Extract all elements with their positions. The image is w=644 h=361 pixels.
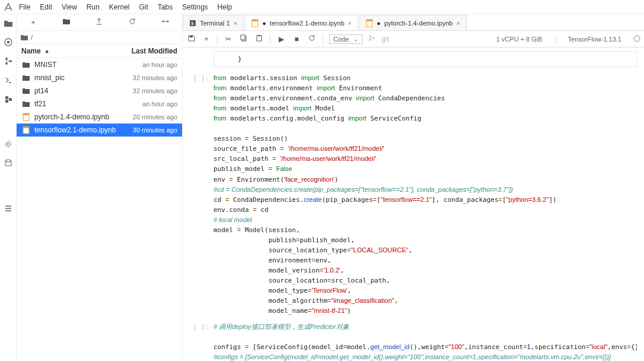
kernel-name[interactable]: TensorFlow-1.13.1 [568,36,622,43]
git-dots-icon[interactable] [161,18,170,27]
folder-icon [20,34,28,41]
git-icon[interactable] [3,56,14,66]
notebook-icon [21,126,31,134]
svg-rect-25 [241,35,245,40]
svg-rect-6 [5,100,8,103]
svg-rect-10 [7,160,10,162]
settings-icon[interactable] [3,139,14,150]
copy-icon[interactable] [239,34,248,43]
menu-git[interactable]: Git [135,1,153,14]
save-icon[interactable] [186,34,196,44]
svg-rect-14 [23,113,29,115]
file-row[interactable]: mnist_pic32 minutes ago [17,71,182,84]
file-name: tensorflow2.1-demo.ipynb [34,126,118,134]
tab-label: tensorflow2.1-demo.ipynb [270,20,345,27]
stop-icon[interactable]: ■ [292,35,301,43]
cell-fragment[interactable]: } [190,51,637,67]
tab[interactable]: ●pytorch-1.4-demo.ipynb× [359,15,467,30]
main-panel: $Terminal 1×●tensorflow2.1-demo.ipynb×●p… [183,14,644,361]
notebook-icon [366,20,373,27]
svg-rect-23 [190,36,193,37]
refresh-icon[interactable] [127,18,137,27]
svg-rect-26 [257,36,262,41]
breadcrumb[interactable]: / [17,31,182,44]
code-content[interactable]: # 调用deploy接口部署模型，生成Predictor对象 configs =… [213,322,637,361]
cut-icon[interactable]: ✂ [224,35,233,43]
code-cell[interactable]: [ ]: # 调用deploy接口部署模型，生成Predictor对象 conf… [190,322,637,361]
file-name: tf21 [34,100,118,108]
menu-settings[interactable]: Settings [177,1,212,14]
extension-icon[interactable] [3,94,14,104]
file-modified: 30 minutes ago [118,126,177,134]
cell-type-select[interactable]: Code⌄ [329,34,362,44]
folder-icon [21,61,31,68]
app-logo [2,1,14,13]
file-list-header: Name ▲ Last Modified [17,44,182,58]
paste-icon[interactable] [254,34,264,43]
svg-rect-7 [9,98,12,101]
svg-rect-16 [23,126,29,128]
code-cell[interactable]: [ ]: from modelarts.session import Sessi… [190,73,637,316]
run-icon[interactable]: ▶ [276,35,286,43]
menu-kernel[interactable]: Kernel [104,1,135,14]
activity-bar [0,14,17,361]
cell-prompt: [ ]: [190,322,213,361]
file-row[interactable]: tensorflow2.1-demo.ipynb30 minutes ago [17,124,182,137]
svg-point-11 [162,21,164,23]
svg-point-8 [7,143,9,146]
new-folder-icon[interactable] [62,18,71,27]
file-row[interactable]: MNISTan hour ago [17,58,182,71]
close-icon[interactable]: × [348,20,352,27]
notebook-toolbar: + ✂ ▶ ■ Code⌄ git 1 vCPU + 8 GiB | Tens [183,31,644,48]
file-name: mnist_pic [34,74,118,82]
file-name: MNIST [34,61,118,69]
file-list: MNISTan hour agomnist_pic32 minutes agop… [17,58,182,361]
file-modified: an hour ago [118,100,177,107]
col-name-header[interactable]: Name ▲ [17,47,123,55]
upload-icon[interactable] [94,18,104,27]
add-cell-button[interactable]: + [202,35,211,43]
file-browser: + / Name ▲ Last Modified MNISTan hour ag… [17,14,183,361]
file-row[interactable]: tf21an hour ago [17,97,182,110]
menu-tabs[interactable]: Tabs [153,1,177,14]
menu-file[interactable]: File [14,1,35,14]
close-icon[interactable]: × [456,20,460,27]
notebook-body[interactable]: } [ ]: from modelarts.session import Ses… [183,48,644,361]
svg-rect-27 [258,35,260,36]
file-row[interactable]: pytorch-1.4-demo.ipynb20 minutes ago [17,110,182,124]
svg-rect-1 [7,41,9,43]
code-content[interactable]: from modelarts.session import Session fr… [213,73,637,316]
menu-run[interactable]: Run [82,1,104,14]
tab[interactable]: $Terminal 1× [183,15,244,30]
col-modified-header[interactable]: Last Modified [123,47,182,55]
code-content[interactable]: } [213,51,637,67]
tab[interactable]: ●tensorflow2.1-demo.ipynb× [245,15,358,30]
dirty-indicator: ● [377,20,381,27]
close-icon[interactable]: × [234,20,237,27]
svg-text:$: $ [191,21,194,26]
svg-rect-20 [252,20,258,21]
svg-rect-22 [366,20,372,21]
commands-icon[interactable] [3,75,14,86]
new-launcher-icon[interactable]: + [28,18,38,27]
menu-view[interactable]: View [57,1,82,14]
file-row[interactable]: pt1432 minutes ago [17,84,182,97]
git-toolbar-icon[interactable] [368,34,375,43]
file-name: pytorch-1.4-demo.ipynb [34,113,118,121]
folder-icon [21,100,31,107]
notebook-icon [251,20,259,27]
tabs-icon[interactable] [3,158,14,169]
folder-icon[interactable] [3,18,14,28]
menu-edit[interactable]: Edit [35,1,57,14]
file-modified: an hour ago [118,61,177,68]
svg-point-2 [5,58,8,60]
restart-icon[interactable] [307,34,317,43]
svg-rect-5 [5,96,8,99]
terminal-icon: $ [189,20,196,27]
running-icon[interactable] [3,37,14,48]
tab-bar: $Terminal 1×●tensorflow2.1-demo.ipynb×●p… [183,14,644,31]
menu-help[interactable]: Help [213,1,237,14]
file-modified: 32 minutes ago [118,87,177,94]
toc-icon[interactable] [3,203,14,214]
git-label: git [381,35,389,43]
